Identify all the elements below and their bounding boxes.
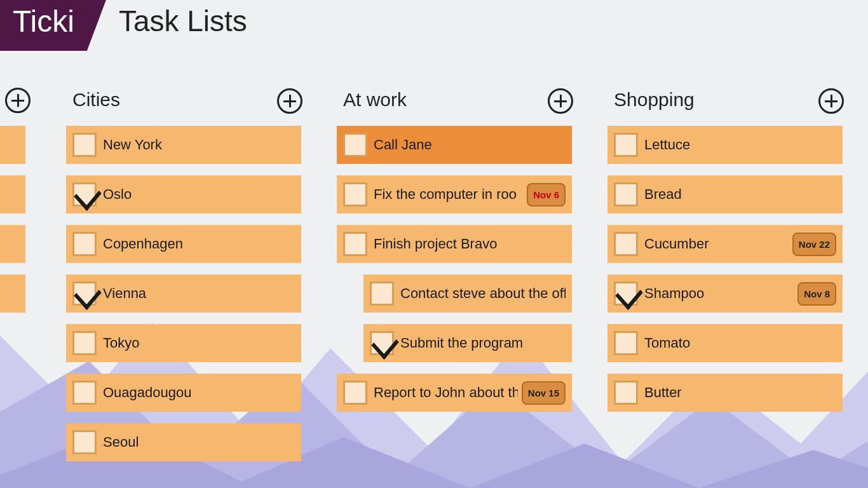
column-items: LettuceBreadCucumberNov 22ShampooNov 8To…: [607, 117, 863, 412]
task-checkbox[interactable]: [614, 281, 638, 306]
task-card[interactable]: Tokyo: [66, 324, 301, 362]
column-items: New YorkOsloCopenhagenViennaTokyoOuagado…: [66, 117, 322, 461]
list-column-shopping: ShoppingLettuceBreadCucumberNov 22Shampo…: [592, 83, 863, 473]
task-label: Seoul: [103, 434, 295, 451]
task-checkbox[interactable]: [614, 133, 638, 157]
app-brand: Ticki: [0, 0, 106, 51]
list-item[interactable]: [0, 126, 25, 164]
list-column-at-work: At workCall JaneFix the computer in rooN…: [322, 83, 592, 473]
task-checkbox[interactable]: [370, 281, 394, 306]
task-label: Tokyo: [103, 335, 295, 351]
task-label: Butter: [644, 384, 836, 401]
page-title: Task Lists: [106, 0, 247, 51]
task-label: Finish project Bravo: [374, 236, 566, 252]
task-label: Tomato: [644, 335, 836, 351]
offscreen-list-edge: [0, 83, 25, 324]
task-card[interactable]: Bread: [607, 175, 843, 214]
task-checkbox[interactable]: [72, 133, 97, 157]
task-label: Vienna: [103, 285, 295, 302]
task-card[interactable]: Ouagadougou: [66, 374, 301, 412]
app-header: Ticki Task Lists: [0, 0, 868, 51]
task-checkbox[interactable]: [343, 232, 367, 256]
task-card[interactable]: ShampooNov 8: [607, 274, 843, 313]
task-label: Lettuce: [644, 137, 836, 153]
task-card[interactable]: Fix the computer in rooNov 6: [337, 175, 572, 214]
task-card[interactable]: Lettuce: [607, 126, 843, 164]
task-checkbox[interactable]: [614, 182, 638, 207]
app-brand-text: Ticki: [13, 4, 74, 38]
task-checkbox[interactable]: [343, 381, 367, 405]
list-column-cities: CitiesNew YorkOsloCopenhagenViennaTokyoO…: [51, 83, 322, 473]
column-title: Shopping: [607, 89, 695, 111]
task-label: Contact steve about the off: [400, 285, 566, 302]
task-card[interactable]: Finish project Bravo: [337, 225, 572, 263]
task-card[interactable]: Tomato: [607, 324, 843, 362]
task-checkbox[interactable]: [370, 331, 394, 355]
column-header: At work: [337, 83, 592, 117]
task-card[interactable]: Submit the program: [363, 324, 572, 362]
column-title: At work: [337, 89, 407, 111]
task-card[interactable]: Contact steve about the off: [363, 274, 572, 313]
due-date-badge: Nov 15: [522, 381, 566, 405]
task-checkbox[interactable]: [72, 331, 97, 355]
task-card[interactable]: Oslo: [66, 175, 301, 214]
task-checkbox[interactable]: [614, 331, 638, 355]
task-checkbox[interactable]: [72, 182, 97, 207]
task-label: New York: [103, 137, 295, 153]
task-card[interactable]: New York: [66, 126, 301, 164]
task-checkbox[interactable]: [72, 281, 97, 306]
task-card[interactable]: Copenhagen: [66, 225, 301, 263]
due-date-badge: Nov 22: [792, 233, 836, 256]
list-item[interactable]: [0, 274, 25, 313]
column-header: Shopping: [607, 83, 863, 117]
task-card[interactable]: Report to John about thNov 15: [337, 374, 572, 412]
add-task-button[interactable]: [277, 88, 302, 114]
add-task-button[interactable]: [818, 88, 844, 114]
task-card[interactable]: Butter: [607, 374, 843, 412]
task-checkbox[interactable]: [72, 430, 97, 454]
list-item[interactable]: [0, 225, 25, 263]
task-label: Bread: [644, 186, 836, 203]
task-checkbox[interactable]: [343, 182, 367, 207]
task-checkbox[interactable]: [72, 381, 97, 405]
task-label: Shampoo: [644, 285, 794, 302]
task-checkbox[interactable]: [343, 133, 367, 157]
task-label: Ouagadougou: [103, 384, 295, 401]
list-item[interactable]: [0, 175, 25, 214]
due-date-badge: Nov 8: [797, 282, 836, 306]
task-label: Cucumber: [644, 236, 789, 252]
column-title: Cities: [66, 89, 120, 111]
due-date-badge: Nov 6: [527, 183, 566, 207]
task-label: Report to John about th: [374, 384, 518, 401]
column-header: Cities: [66, 83, 322, 117]
page-title-text: Task Lists: [119, 4, 247, 37]
task-checkbox[interactable]: [614, 381, 638, 405]
column-items: Call JaneFix the computer in rooNov 6Fin…: [337, 117, 592, 412]
add-task-button[interactable]: [548, 88, 573, 114]
task-label: Fix the computer in roo: [374, 186, 523, 203]
task-card[interactable]: Call Jane: [337, 126, 572, 164]
task-card[interactable]: CucumberNov 22: [607, 225, 843, 263]
task-card[interactable]: Seoul: [66, 423, 301, 461]
task-checkbox[interactable]: [614, 232, 638, 256]
task-label: Oslo: [103, 186, 295, 203]
task-label: Call Jane: [374, 137, 566, 153]
board: CitiesNew YorkOsloCopenhagenViennaTokyoO…: [0, 51, 868, 473]
task-card[interactable]: Vienna: [66, 274, 301, 313]
task-checkbox[interactable]: [72, 232, 97, 256]
task-label: Submit the program: [400, 335, 566, 351]
task-label: Copenhagen: [103, 236, 295, 252]
